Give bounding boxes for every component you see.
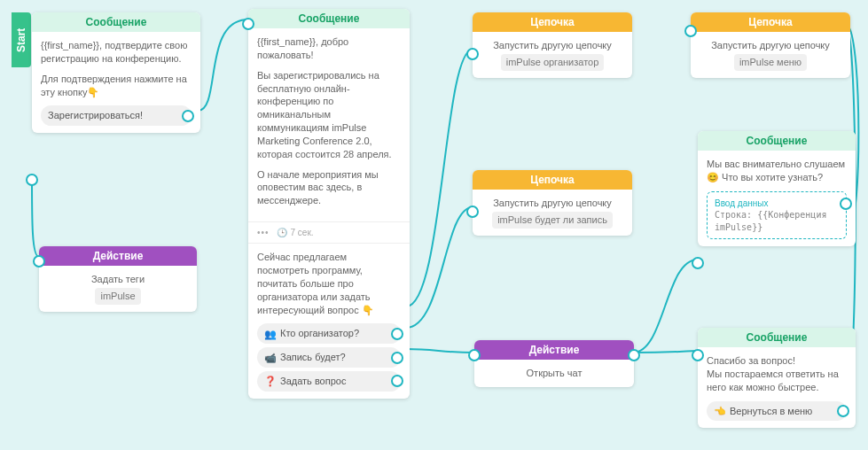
clock-icon: 🕒 xyxy=(277,228,287,237)
message-node-listen[interactable]: Сообщение Мы вас внимательно слушаем 😊 Ч… xyxy=(698,131,856,246)
button-label: Запись будет? xyxy=(280,351,346,364)
chain-label: Запустить другую цепочку xyxy=(481,197,623,210)
output-port[interactable] xyxy=(391,375,403,387)
message-node-register[interactable]: Сообщение {{first_name}}, подтвердите св… xyxy=(32,12,200,133)
chain-target: imPulse меню xyxy=(734,54,807,71)
people-icon: 👥 xyxy=(264,328,277,340)
node-header: Сообщение xyxy=(32,12,200,32)
input-port[interactable] xyxy=(33,255,45,268)
output-port[interactable] xyxy=(628,349,640,361)
dots-icon: ••• xyxy=(257,228,270,237)
action-label: Открыть чат xyxy=(483,367,625,380)
input-port[interactable] xyxy=(466,206,479,218)
action-node-set-tags[interactable]: Действие Задать теги imPulse xyxy=(39,246,197,312)
chain-label: Запустить другую цепочку xyxy=(481,39,623,52)
node-header: Сообщение xyxy=(698,131,856,151)
back-icon: 👈 xyxy=(714,405,726,417)
who-organizer-button[interactable]: 👥 Кто организатор? xyxy=(257,323,401,344)
node-header: Действие xyxy=(474,340,634,360)
start-badge: Start xyxy=(12,12,31,67)
input-port[interactable] xyxy=(692,349,704,361)
message-text: Мы вас внимательно слушаем 😊 Что вы хоти… xyxy=(707,158,847,184)
message-node-welcome[interactable]: Сообщение {{first_name}}, добро пожалова… xyxy=(248,9,410,399)
node-header: Цепочка xyxy=(473,170,632,190)
input-label: Ввод данных xyxy=(715,198,839,210)
question-icon: ❓ xyxy=(264,375,277,387)
back-to-menu-button[interactable]: 👈 Вернуться в меню xyxy=(707,401,847,422)
input-port[interactable] xyxy=(692,257,704,269)
node-header: Сообщение xyxy=(698,328,856,347)
input-port[interactable] xyxy=(684,25,697,37)
input-port[interactable] xyxy=(26,174,38,186)
message-text: Спасибо за вопрос!Мы постараемся ответит… xyxy=(707,354,847,394)
message-text: Для подтверждения нажмите на эту кнопку👇 xyxy=(41,73,192,99)
delay-row: ••• 🕒 7 сек. xyxy=(248,221,410,244)
input-port[interactable] xyxy=(466,48,479,60)
register-button[interactable]: Зарегистрироваться! xyxy=(41,105,192,126)
chain-target: imPulse будет ли запись xyxy=(492,212,613,229)
chain-node-recording[interactable]: Цепочка Запустить другую цепочку imPulse… xyxy=(473,170,632,236)
tag-value: imPulse xyxy=(95,288,140,305)
camera-icon: 📹 xyxy=(264,352,277,364)
message-text: Вы зарегистрировались на бесплатную онла… xyxy=(257,69,401,161)
delay-value: 7 сек. xyxy=(291,228,314,237)
action-node-open-chat[interactable]: Действие Открыть чат xyxy=(474,340,634,387)
ask-question-button[interactable]: ❓ Задать вопрос xyxy=(257,371,401,392)
message-node-thanks[interactable]: Сообщение Спасибо за вопрос!Мы постараем… xyxy=(698,328,856,428)
output-port[interactable] xyxy=(837,405,849,417)
button-label: Задать вопрос xyxy=(280,375,346,388)
output-port[interactable] xyxy=(391,352,403,364)
button-label: Зарегистрироваться! xyxy=(48,109,143,122)
action-label: Задать теги xyxy=(48,273,188,286)
chain-node-menu[interactable]: Цепочка Запустить другую цепочку imPulse… xyxy=(691,12,850,78)
input-value: Строка: {{Конференция imPulse}} xyxy=(715,209,839,233)
node-header: Сообщение xyxy=(248,9,410,28)
message-text: О начале мероприятия мы оповестим вас зд… xyxy=(257,168,401,208)
node-header: Цепочка xyxy=(691,12,850,32)
message-text: {{first_name}}, добро пожаловать! xyxy=(257,35,401,62)
input-port[interactable] xyxy=(468,349,481,361)
chain-node-organizer[interactable]: Цепочка Запустить другую цепочку imPulse… xyxy=(473,12,632,78)
data-input-box[interactable]: Ввод данных Строка: {{Конференция imPuls… xyxy=(707,191,847,240)
message-text: {{first_name}}, подтвердите свою регистр… xyxy=(41,39,192,66)
output-port[interactable] xyxy=(182,110,194,122)
message-text: Сейчас предлагаем посмотреть программу, … xyxy=(257,251,401,316)
node-header: Действие xyxy=(39,246,197,266)
button-label: Вернуться в меню xyxy=(730,405,812,418)
recording-button[interactable]: 📹 Запись будет? xyxy=(257,347,401,368)
node-header: Цепочка xyxy=(473,12,632,32)
button-label: Кто организатор? xyxy=(280,327,359,340)
chain-target: imPulse организатор xyxy=(501,54,605,71)
output-port[interactable] xyxy=(840,198,852,210)
output-port[interactable] xyxy=(391,328,403,340)
chain-label: Запустить другую цепочку xyxy=(700,39,841,52)
input-port[interactable] xyxy=(242,18,254,30)
